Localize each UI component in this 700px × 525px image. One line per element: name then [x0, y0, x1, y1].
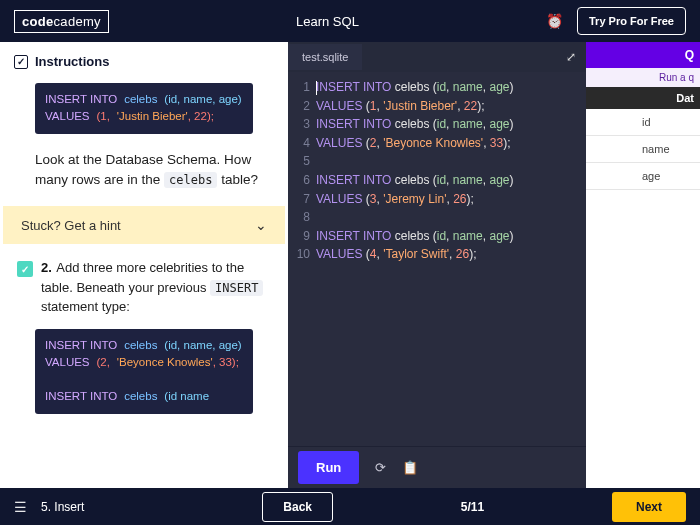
instructions-scroll[interactable]: INSERT INTO celebs (id, name, age) VALUE… [0, 77, 288, 488]
editor-tab[interactable]: test.sqlite [288, 44, 362, 70]
alarm-icon[interactable]: ⏰ [546, 13, 563, 29]
step-number: 2. [41, 260, 52, 275]
expand-icon[interactable]: ⤢ [556, 50, 586, 64]
step-checkbox-icon: ✓ [17, 261, 33, 277]
instructions-panel: ✓ Instructions INSERT INTO celebs (id, n… [0, 42, 288, 488]
sample-code-block-2: INSERT INTO celebs (id, name, age) VALUE… [35, 329, 253, 414]
top-right-group: ⏰ Try Pro For Free [546, 7, 686, 35]
logo-text-a: code [22, 14, 54, 29]
logo[interactable]: codecademy [14, 10, 109, 33]
top-bar: codecademy Learn SQL ⏰ Try Pro For Free [0, 0, 700, 42]
inline-code-insert: INSERT [210, 280, 263, 296]
instruction-paragraph: Look at the Database Schema. How many ro… [3, 146, 285, 201]
line-gutter: 12345678910 [288, 78, 316, 446]
copy-icon[interactable]: 📋 [402, 460, 418, 475]
back-button[interactable]: Back [262, 492, 333, 522]
query-header: Q [586, 42, 700, 68]
hint-toggle[interactable]: Stuck? Get a hint ⌄ [3, 206, 285, 244]
run-toolbar: Run ⟳ 📋 [288, 446, 586, 488]
editor-tabs: test.sqlite ⤢ [288, 42, 586, 72]
instruction-step-2: ✓ 2. Add three more celebrities to the t… [3, 244, 285, 323]
sample-code-block-1: INSERT INTO celebs (id, name, age) VALUE… [35, 83, 253, 134]
next-button[interactable]: Next [612, 492, 686, 522]
query-subheader: Run a q [586, 68, 700, 87]
hint-label: Stuck? Get a hint [21, 218, 121, 233]
code-editor-panel: test.sqlite ⤢ 12345678910 INSERT INTO ce… [288, 42, 586, 488]
instructions-check-icon: ✓ [14, 55, 28, 69]
menu-icon[interactable]: ☰ [14, 499, 27, 515]
code-editor[interactable]: 12345678910 INSERT INTO celebs (id, name… [288, 72, 586, 446]
code-body[interactable]: INSERT INTO celebs (id, name, age) VALUE… [316, 78, 513, 446]
inline-code-celebs: celebs [164, 172, 217, 188]
progress-indicator: 5/11 [461, 500, 484, 514]
logo-text-b: cademy [54, 14, 101, 29]
try-pro-button[interactable]: Try Pro For Free [577, 7, 686, 35]
step-body: Add three more celebrities to the table.… [41, 260, 263, 314]
schema-col-age: age [586, 163, 700, 190]
lesson-title: Learn SQL [296, 14, 359, 29]
lesson-step-label: 5. Insert [41, 500, 84, 514]
schema-col-id: id [586, 109, 700, 136]
query-panel: Q Run a q Dat id name age [586, 42, 700, 488]
instructions-header: ✓ Instructions [0, 42, 288, 77]
instructions-heading: Instructions [35, 54, 109, 69]
schema-header: Dat [586, 87, 700, 109]
reset-icon[interactable]: ⟳ [375, 460, 386, 475]
run-button[interactable]: Run [298, 451, 359, 484]
chevron-down-icon: ⌄ [255, 217, 267, 233]
bottom-nav: ☰ 5. Insert Back 5/11 Next [0, 488, 700, 525]
schema-col-name: name [586, 136, 700, 163]
